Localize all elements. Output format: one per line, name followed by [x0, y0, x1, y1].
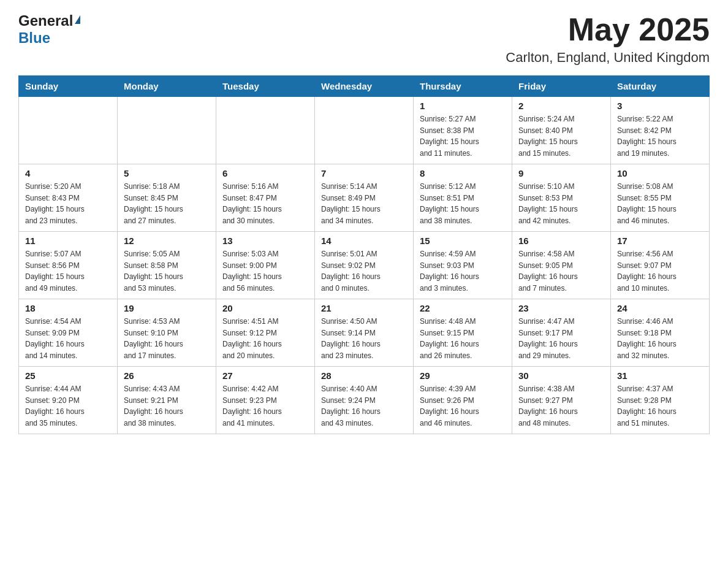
day-number: 27 [222, 370, 308, 381]
logo-triangle-icon [75, 15, 80, 24]
calendar-table: SundayMondayTuesdayWednesdayThursdayFrid… [18, 75, 710, 434]
day-info: Sunrise: 5:07 AM Sunset: 8:56 PM Dayligh… [25, 248, 111, 294]
calendar-cell [118, 97, 216, 164]
calendar-cell: 25Sunrise: 4:44 AM Sunset: 9:20 PM Dayli… [19, 367, 118, 434]
calendar-cell: 18Sunrise: 4:54 AM Sunset: 9:09 PM Dayli… [19, 299, 118, 367]
day-number: 20 [222, 303, 308, 313]
day-number: 23 [518, 303, 604, 313]
calendar-week-row: 25Sunrise: 4:44 AM Sunset: 9:20 PM Dayli… [19, 367, 710, 434]
day-number: 18 [25, 303, 111, 313]
column-header-thursday: Thursday [414, 76, 512, 97]
day-info: Sunrise: 4:58 AM Sunset: 9:05 PM Dayligh… [518, 248, 604, 294]
day-number: 30 [518, 370, 604, 381]
column-header-saturday: Saturday [611, 76, 710, 97]
title-block: May 2025 Carlton, England, United Kingdo… [506, 12, 710, 66]
calendar-cell: 30Sunrise: 4:38 AM Sunset: 9:27 PM Dayli… [512, 367, 611, 434]
calendar-cell: 11Sunrise: 5:07 AM Sunset: 8:56 PM Dayli… [19, 232, 118, 299]
day-info: Sunrise: 5:03 AM Sunset: 9:00 PM Dayligh… [222, 248, 308, 294]
day-info: Sunrise: 5:14 AM Sunset: 8:49 PM Dayligh… [321, 181, 407, 226]
calendar-cell: 6Sunrise: 5:16 AM Sunset: 8:47 PM Daylig… [216, 164, 315, 232]
day-info: Sunrise: 5:27 AM Sunset: 8:38 PM Dayligh… [420, 113, 506, 159]
day-number: 7 [321, 168, 407, 178]
calendar-cell: 9Sunrise: 5:10 AM Sunset: 8:53 PM Daylig… [512, 164, 611, 232]
calendar-cell: 29Sunrise: 4:39 AM Sunset: 9:26 PM Dayli… [414, 367, 512, 434]
page-header: General Blue May 2025 Carlton, England, … [18, 12, 710, 66]
day-number: 6 [222, 168, 308, 178]
calendar-cell: 14Sunrise: 5:01 AM Sunset: 9:02 PM Dayli… [315, 232, 414, 299]
calendar-cell: 21Sunrise: 4:50 AM Sunset: 9:14 PM Dayli… [315, 299, 414, 367]
day-number: 4 [25, 168, 111, 178]
calendar-cell: 20Sunrise: 4:51 AM Sunset: 9:12 PM Dayli… [216, 299, 315, 367]
day-number: 17 [617, 236, 703, 246]
calendar-cell: 31Sunrise: 4:37 AM Sunset: 9:28 PM Dayli… [611, 367, 710, 434]
day-number: 3 [617, 101, 703, 111]
calendar-week-row: 11Sunrise: 5:07 AM Sunset: 8:56 PM Dayli… [19, 232, 710, 299]
day-number: 28 [321, 370, 407, 381]
day-info: Sunrise: 4:59 AM Sunset: 9:03 PM Dayligh… [420, 248, 506, 294]
column-header-wednesday: Wednesday [315, 76, 414, 97]
day-info: Sunrise: 5:05 AM Sunset: 8:58 PM Dayligh… [124, 248, 210, 294]
day-number: 13 [222, 236, 308, 246]
logo-blue-text: Blue [18, 29, 50, 47]
day-number: 10 [617, 168, 703, 178]
day-number: 15 [420, 236, 506, 246]
logo: General Blue [18, 12, 80, 47]
calendar-cell: 5Sunrise: 5:18 AM Sunset: 8:45 PM Daylig… [118, 164, 216, 232]
calendar-cell: 28Sunrise: 4:40 AM Sunset: 9:24 PM Dayli… [315, 367, 414, 434]
column-header-sunday: Sunday [19, 76, 118, 97]
calendar-cell: 19Sunrise: 4:53 AM Sunset: 9:10 PM Dayli… [118, 299, 216, 367]
calendar-cell [216, 97, 315, 164]
day-number: 25 [25, 370, 111, 381]
day-info: Sunrise: 5:22 AM Sunset: 8:42 PM Dayligh… [617, 113, 703, 159]
column-header-tuesday: Tuesday [216, 76, 315, 97]
day-info: Sunrise: 4:54 AM Sunset: 9:09 PM Dayligh… [25, 316, 111, 361]
calendar-cell: 23Sunrise: 4:47 AM Sunset: 9:17 PM Dayli… [512, 299, 611, 367]
column-header-monday: Monday [118, 76, 216, 97]
calendar-cell: 15Sunrise: 4:59 AM Sunset: 9:03 PM Dayli… [414, 232, 512, 299]
day-info: Sunrise: 5:01 AM Sunset: 9:02 PM Dayligh… [321, 248, 407, 294]
calendar-cell: 10Sunrise: 5:08 AM Sunset: 8:55 PM Dayli… [611, 164, 710, 232]
location-title: Carlton, England, United Kingdom [506, 50, 710, 66]
day-number: 24 [617, 303, 703, 313]
day-info: Sunrise: 4:42 AM Sunset: 9:23 PM Dayligh… [222, 383, 308, 429]
day-number: 16 [518, 236, 604, 246]
day-info: Sunrise: 4:44 AM Sunset: 9:20 PM Dayligh… [25, 383, 111, 429]
day-info: Sunrise: 4:51 AM Sunset: 9:12 PM Dayligh… [222, 316, 308, 361]
day-info: Sunrise: 5:18 AM Sunset: 8:45 PM Dayligh… [124, 181, 210, 226]
day-info: Sunrise: 4:48 AM Sunset: 9:15 PM Dayligh… [420, 316, 506, 361]
day-info: Sunrise: 4:56 AM Sunset: 9:07 PM Dayligh… [617, 248, 703, 294]
calendar-cell: 26Sunrise: 4:43 AM Sunset: 9:21 PM Dayli… [118, 367, 216, 434]
day-number: 14 [321, 236, 407, 246]
calendar-week-row: 4Sunrise: 5:20 AM Sunset: 8:43 PM Daylig… [19, 164, 710, 232]
day-info: Sunrise: 4:47 AM Sunset: 9:17 PM Dayligh… [518, 316, 604, 361]
day-number: 11 [25, 236, 111, 246]
day-number: 5 [124, 168, 210, 178]
day-info: Sunrise: 5:16 AM Sunset: 8:47 PM Dayligh… [222, 181, 308, 226]
calendar-week-row: 1Sunrise: 5:27 AM Sunset: 8:38 PM Daylig… [19, 97, 710, 164]
column-header-friday: Friday [512, 76, 611, 97]
day-number: 21 [321, 303, 407, 313]
calendar-week-row: 18Sunrise: 4:54 AM Sunset: 9:09 PM Dayli… [19, 299, 710, 367]
day-info: Sunrise: 5:08 AM Sunset: 8:55 PM Dayligh… [617, 181, 703, 226]
calendar-cell: 16Sunrise: 4:58 AM Sunset: 9:05 PM Dayli… [512, 232, 611, 299]
calendar-cell: 7Sunrise: 5:14 AM Sunset: 8:49 PM Daylig… [315, 164, 414, 232]
day-info: Sunrise: 4:40 AM Sunset: 9:24 PM Dayligh… [321, 383, 407, 429]
logo-general-text: General [18, 12, 73, 29]
day-number: 12 [124, 236, 210, 246]
calendar-cell [19, 97, 118, 164]
day-number: 26 [124, 370, 210, 381]
day-number: 22 [420, 303, 506, 313]
day-number: 2 [518, 101, 604, 111]
day-info: Sunrise: 4:38 AM Sunset: 9:27 PM Dayligh… [518, 383, 604, 429]
day-number: 19 [124, 303, 210, 313]
calendar-cell: 2Sunrise: 5:24 AM Sunset: 8:40 PM Daylig… [512, 97, 611, 164]
day-info: Sunrise: 5:12 AM Sunset: 8:51 PM Dayligh… [420, 181, 506, 226]
calendar-cell: 13Sunrise: 5:03 AM Sunset: 9:00 PM Dayli… [216, 232, 315, 299]
calendar-cell: 3Sunrise: 5:22 AM Sunset: 8:42 PM Daylig… [611, 97, 710, 164]
day-info: Sunrise: 4:39 AM Sunset: 9:26 PM Dayligh… [420, 383, 506, 429]
day-info: Sunrise: 5:10 AM Sunset: 8:53 PM Dayligh… [518, 181, 604, 226]
day-info: Sunrise: 5:24 AM Sunset: 8:40 PM Dayligh… [518, 113, 604, 159]
month-title: May 2025 [506, 12, 710, 47]
calendar-header-row: SundayMondayTuesdayWednesdayThursdayFrid… [19, 76, 710, 97]
calendar-cell: 17Sunrise: 4:56 AM Sunset: 9:07 PM Dayli… [611, 232, 710, 299]
